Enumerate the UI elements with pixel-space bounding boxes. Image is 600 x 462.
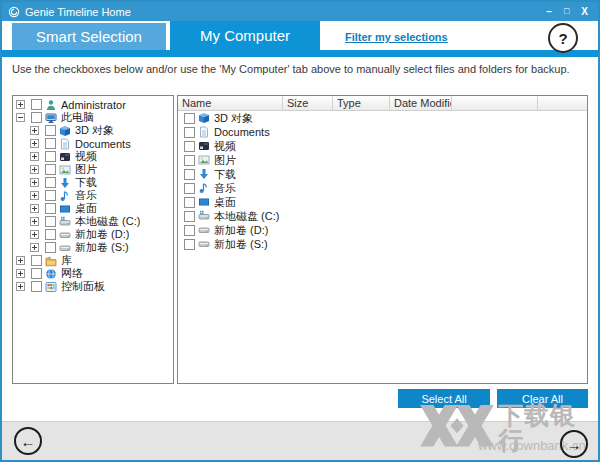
user-icon bbox=[45, 99, 57, 111]
list-item-volume-d[interactable]: 新加卷 (D:) bbox=[178, 223, 587, 237]
forward-button[interactable]: → bbox=[560, 430, 588, 458]
checkbox[interactable] bbox=[184, 127, 195, 138]
expand-icon[interactable] bbox=[16, 256, 25, 265]
tree-item-control-panel[interactable]: 控制面板 bbox=[13, 280, 173, 293]
checkbox[interactable] bbox=[184, 155, 195, 166]
checkbox[interactable] bbox=[184, 239, 195, 250]
clear-all-button[interactable]: Clear All bbox=[497, 389, 588, 408]
list-item-videos[interactable]: 视频 bbox=[178, 139, 587, 153]
expand-icon[interactable] bbox=[16, 269, 25, 278]
checkbox[interactable] bbox=[184, 183, 195, 194]
computer-icon bbox=[45, 112, 57, 124]
checkbox[interactable] bbox=[45, 177, 56, 188]
music-icon bbox=[198, 182, 210, 194]
checkbox[interactable] bbox=[45, 164, 56, 175]
column-header-type[interactable]: Type bbox=[333, 96, 390, 110]
back-arrow-icon: ← bbox=[21, 433, 36, 450]
list-item-3d-objects[interactable]: 3D 对象 bbox=[178, 111, 587, 125]
tree-item-libraries[interactable]: 库 bbox=[13, 254, 173, 267]
checkbox[interactable] bbox=[184, 225, 195, 236]
help-button-label: ? bbox=[558, 30, 567, 47]
checkbox[interactable] bbox=[45, 151, 56, 162]
expand-icon[interactable] bbox=[30, 126, 39, 135]
checkbox[interactable] bbox=[31, 268, 42, 279]
instruction-text: Use the checkboxes below and/or use the … bbox=[12, 63, 588, 75]
filter-my-selections-link[interactable]: Filter my selections bbox=[345, 31, 448, 43]
app-window: Genie Timeline Home – □ X Smart Selectio… bbox=[0, 0, 600, 462]
checkbox[interactable] bbox=[45, 229, 56, 240]
list-item-downloads[interactable]: 下载 bbox=[178, 167, 587, 181]
expand-icon[interactable] bbox=[30, 204, 39, 213]
local-disk-icon bbox=[59, 216, 71, 228]
list-header: Name Size Type Date Modified bbox=[178, 96, 587, 111]
minimize-button[interactable]: – bbox=[546, 7, 552, 17]
checkbox[interactable] bbox=[45, 190, 56, 201]
expand-icon[interactable] bbox=[30, 178, 39, 187]
downloads-icon bbox=[59, 177, 71, 189]
help-button[interactable]: ? bbox=[548, 23, 578, 53]
expand-icon[interactable] bbox=[30, 230, 39, 239]
videos-icon bbox=[198, 140, 210, 152]
expand-icon[interactable] bbox=[16, 100, 25, 109]
list-item-label: 视频 bbox=[214, 139, 236, 154]
checkbox[interactable] bbox=[45, 138, 56, 149]
expand-icon[interactable] bbox=[30, 217, 39, 226]
expand-icon[interactable] bbox=[16, 282, 25, 291]
window-title: Genie Timeline Home bbox=[25, 6, 546, 18]
expand-icon[interactable] bbox=[30, 165, 39, 174]
tab-smart-selection[interactable]: Smart Selection bbox=[12, 23, 166, 50]
list-item-desktop[interactable]: 桌面 bbox=[178, 195, 587, 209]
tab-my-computer[interactable]: My Computer bbox=[170, 21, 320, 50]
tree-item-3d-objects[interactable]: 3D 对象 bbox=[13, 124, 173, 137]
list-item-label: 桌面 bbox=[214, 195, 236, 210]
list-item-pictures[interactable]: 图片 bbox=[178, 153, 587, 167]
collapse-icon[interactable] bbox=[16, 113, 25, 122]
list-item-local-disk-c[interactable]: 本地磁盘 (C:) bbox=[178, 209, 587, 223]
checkbox[interactable] bbox=[45, 203, 56, 214]
downloads-icon bbox=[198, 168, 210, 180]
checkbox[interactable] bbox=[45, 125, 56, 136]
column-header-name[interactable]: Name bbox=[178, 96, 283, 110]
local-disk-icon bbox=[198, 210, 210, 222]
close-button[interactable]: X bbox=[581, 7, 588, 17]
column-header-date-modified[interactable]: Date Modified bbox=[390, 96, 452, 110]
tree-item-label: 新加卷 (S:) bbox=[75, 240, 129, 255]
expand-icon[interactable] bbox=[30, 139, 39, 148]
title-bar: Genie Timeline Home – □ X bbox=[2, 2, 598, 21]
list-item-label: 图片 bbox=[214, 153, 236, 168]
list-item-label: 本地磁盘 (C:) bbox=[214, 209, 279, 224]
tree-item-label: 3D 对象 bbox=[75, 123, 114, 138]
column-header-size[interactable]: Size bbox=[283, 96, 333, 110]
tree-item-volume-s[interactable]: 新加卷 (S:) bbox=[13, 241, 173, 254]
list-item-label: Documents bbox=[214, 126, 270, 138]
3d-objects-icon bbox=[59, 125, 71, 137]
tree-item-label: 控制面板 bbox=[61, 279, 105, 294]
checkbox[interactable] bbox=[184, 141, 195, 152]
checkbox[interactable] bbox=[31, 255, 42, 266]
select-all-button[interactable]: Select All bbox=[398, 389, 490, 408]
checkbox[interactable] bbox=[31, 99, 42, 110]
libraries-icon bbox=[45, 255, 57, 267]
list-item-label: 新加卷 (S:) bbox=[214, 237, 268, 252]
checkbox[interactable] bbox=[45, 242, 56, 253]
checkbox[interactable] bbox=[31, 112, 42, 123]
list-item-label: 下载 bbox=[214, 167, 236, 182]
checkbox[interactable] bbox=[31, 281, 42, 292]
maximize-button[interactable]: □ bbox=[564, 7, 569, 16]
checkbox[interactable] bbox=[45, 216, 56, 227]
expand-icon[interactable] bbox=[30, 152, 39, 161]
list-item-documents[interactable]: Documents bbox=[178, 125, 587, 139]
folder-tree-panel: Administrator 此电脑 3D 对象 Documents 视频 图片 bbox=[12, 95, 174, 384]
checkbox[interactable] bbox=[184, 113, 195, 124]
column-header-blank bbox=[452, 96, 538, 110]
list-item-music[interactable]: 音乐 bbox=[178, 181, 587, 195]
expand-icon[interactable] bbox=[30, 191, 39, 200]
pictures-icon bbox=[198, 154, 210, 166]
list-item-volume-s[interactable]: 新加卷 (S:) bbox=[178, 237, 587, 251]
checkbox[interactable] bbox=[184, 197, 195, 208]
tab-my-computer-label: My Computer bbox=[200, 27, 290, 44]
checkbox[interactable] bbox=[184, 169, 195, 180]
checkbox[interactable] bbox=[184, 211, 195, 222]
back-button[interactable]: ← bbox=[14, 427, 42, 455]
expand-icon[interactable] bbox=[30, 243, 39, 252]
